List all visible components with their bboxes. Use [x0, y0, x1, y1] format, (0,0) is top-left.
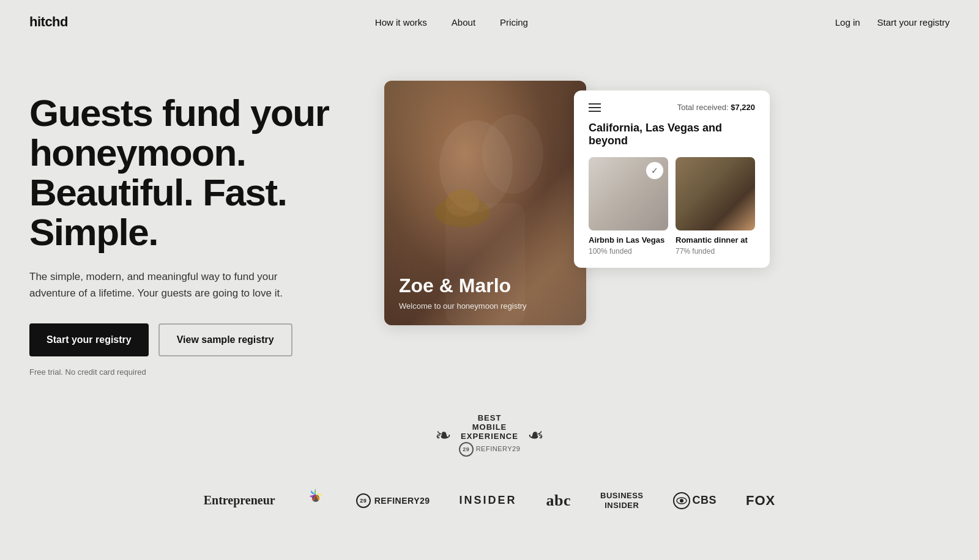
nav-pricing[interactable]: Pricing: [500, 17, 528, 28]
mock-card-text: Zoe & Marlo Welcome to our honeymoon reg…: [399, 275, 527, 311]
mock-check-icon: ✓: [646, 162, 663, 179]
awards-badge: ❧ BEST MOBILE EXPERIENCE 29REFINERY29 ❧: [435, 413, 545, 457]
mock-card-image: Zoe & Marlo Welcome to our honeymoon reg…: [384, 81, 586, 325]
nav-right: Log in Start your registry: [835, 17, 950, 28]
hero-right: Zoe & Marlo Welcome to our honeymoon reg…: [384, 81, 950, 337]
hero-headline: Guests fund your honeymoon. Beautiful. F…: [29, 93, 348, 252]
mock-item-airbnb-funded: 100% funded: [589, 247, 668, 256]
view-sample-registry-button[interactable]: View sample registry: [158, 323, 292, 356]
award-logo-icon: 29: [459, 442, 474, 457]
press-logo-entrepreneur: Entrepreneur: [204, 493, 275, 507]
mock-item-dinner-name: Romantic dinner at: [676, 235, 755, 245]
mock-item-airbnb-name: Airbnb in Las Vegas: [589, 235, 668, 245]
cbs-eye-icon: [673, 492, 690, 509]
nav-start-registry-button[interactable]: Start your registry: [877, 17, 950, 28]
hero-note: Free trial. No credit card required: [29, 367, 348, 377]
press-logo-insider: INSIDER: [460, 494, 517, 507]
mock-destination: California, Las Vegas and beyond: [589, 122, 755, 147]
hero-section: Guests fund your honeymoon. Beautiful. F…: [0, 44, 979, 401]
mock-items: ✓ Airbnb in Las Vegas 100% funded Romant…: [589, 157, 755, 256]
refinery-label: REFINERY29: [374, 496, 430, 506]
award-title-line2: MOBILE: [459, 422, 521, 432]
nbc-peacock-icon: [305, 487, 327, 509]
mock-item-airbnb: ✓ Airbnb in Las Vegas 100% funded: [589, 157, 668, 256]
hero-subtext: The simple, modern, and meaningful way t…: [29, 269, 299, 301]
press-logo-nbc: [305, 487, 327, 514]
login-link[interactable]: Log in: [835, 17, 860, 28]
mock-panel-header: Total received: $7,220: [589, 103, 755, 112]
start-registry-button[interactable]: Start your registry: [29, 323, 149, 356]
award-title-line3: EXPERIENCE: [459, 432, 521, 441]
awards-section: ❧ BEST MOBILE EXPERIENCE 29REFINERY29 ❧: [0, 401, 979, 475]
mock-item-dinner: Romantic dinner at 77% funded: [676, 157, 755, 256]
mock-item-dinner-funded: 77% funded: [676, 247, 755, 256]
press-logo-cbs: CBS: [673, 492, 717, 509]
nav-links: How it works About Pricing: [375, 17, 528, 28]
mock-item-dinner-image: [676, 157, 755, 230]
laurel-right: ❧: [527, 426, 544, 445]
press-section: Entrepreneur 29 REFINERY29 INSIDER abc B…: [0, 475, 979, 538]
award-source: 29REFINERY29: [459, 442, 521, 457]
mock-registry-card: Zoe & Marlo Welcome to our honeymoon reg…: [384, 81, 586, 325]
press-logo-refinery29: 29 REFINERY29: [356, 493, 430, 508]
mock-welcome-text: Welcome to our honeymoon registry: [399, 301, 527, 311]
svg-point-4: [445, 190, 479, 217]
brand-logo[interactable]: hitchd: [29, 14, 68, 30]
press-logo-business-insider: BUSINESSINSIDER: [600, 491, 643, 510]
press-logo-fox: FOX: [746, 493, 775, 509]
laurel-left: ❧: [435, 426, 452, 445]
mock-couple-names: Zoe & Marlo: [399, 275, 527, 297]
hero-left: Guests fund your honeymoon. Beautiful. F…: [29, 81, 348, 377]
svg-point-8: [680, 499, 683, 503]
mock-total-amount: $7,220: [731, 103, 755, 112]
refinery-circle-icon: 29: [356, 493, 371, 508]
hero-buttons: Start your registry View sample registry: [29, 323, 348, 356]
navbar: hitchd How it works About Pricing Log in…: [0, 0, 979, 44]
press-logo-abc: abc: [546, 492, 571, 510]
cbs-label: CBS: [693, 494, 717, 507]
hamburger-icon: [589, 103, 601, 112]
nav-about[interactable]: About: [452, 17, 475, 28]
award-title-line1: BEST: [459, 413, 521, 422]
mock-total: Total received: $7,220: [677, 103, 755, 112]
hat-shape: [421, 166, 543, 289]
award-text: BEST MOBILE EXPERIENCE 29REFINERY29: [459, 413, 521, 457]
mock-side-panel: Total received: $7,220 California, Las V…: [574, 90, 770, 268]
mock-item-airbnb-image: ✓: [589, 157, 668, 230]
nav-how-it-works[interactable]: How it works: [375, 17, 427, 28]
